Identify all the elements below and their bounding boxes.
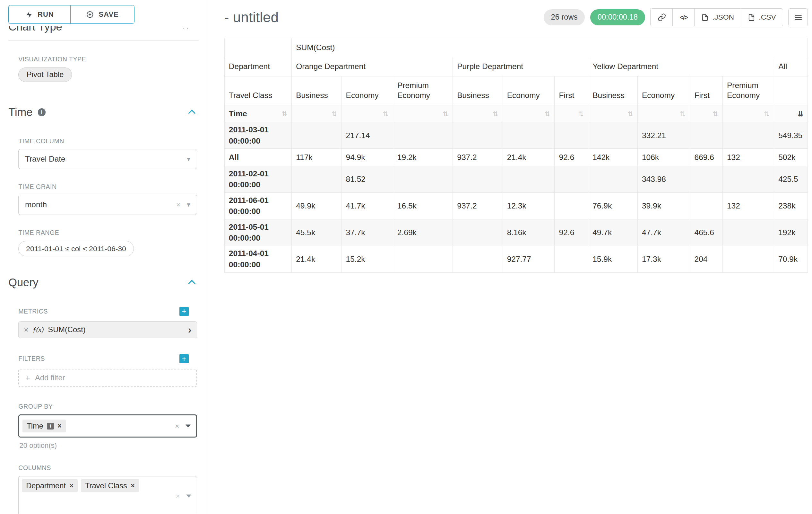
export-toolbar: </> .JSON .CSV: [650, 8, 783, 26]
run-button[interactable]: RUN: [8, 5, 71, 23]
pivot-value-cell: [555, 122, 588, 149]
pivot-subrow-dimension-label: Travel Class: [224, 77, 291, 105]
superset-explore-view: RUN SAVE Chart Type ·· VISUALIZATION TYP…: [0, 0, 812, 514]
columns-select[interactable]: Department × Travel Class × ×: [18, 476, 197, 514]
pivot-value-cell: 41.7k: [342, 193, 393, 219]
chevron-up-icon[interactable]: [188, 110, 196, 117]
save-button[interactable]: SAVE: [70, 5, 135, 23]
clear-icon[interactable]: ×: [176, 200, 180, 209]
query-section-header[interactable]: Query: [8, 276, 199, 289]
pivot-value-cell: 92.6: [555, 219, 588, 246]
run-save-button-group: RUN SAVE: [8, 5, 199, 23]
pivot-value-cell: [588, 122, 638, 149]
remove-metric-icon[interactable]: ×: [24, 325, 29, 334]
export-csv-label: .CSV: [759, 13, 776, 22]
pivot-value-cell: 117k: [292, 149, 342, 166]
group-by-label: GROUP BY: [18, 403, 199, 410]
save-button-label: SAVE: [99, 10, 119, 19]
section-chart-type-clipped: Chart Type ··: [8, 26, 199, 36]
pivot-column-group-header: Purple Department: [453, 57, 588, 77]
pivot-value-cell: 465.6: [690, 219, 722, 246]
pivot-row-label: 2011-05-01 00:00:00: [224, 219, 291, 246]
sort-icon[interactable]: ⇅: [628, 110, 633, 118]
pivot-value-cell: 192k: [774, 219, 808, 246]
sort-icon[interactable]: ⇅: [713, 110, 718, 118]
time-grain-select[interactable]: month × ▾: [18, 195, 197, 215]
group-by-select[interactable]: Time i × ×: [18, 414, 197, 437]
time-range-pill[interactable]: 2011-01-01 ≤ col < 2011-06-30: [18, 241, 134, 256]
share-link-button[interactable]: [650, 8, 673, 26]
chart-header-actions: 26 rows 00:00:00.18 </> .JSON .: [544, 8, 808, 26]
group-by-tag-time[interactable]: Time i ×: [23, 420, 66, 432]
info-icon: i: [38, 108, 46, 116]
pivot-row: 2011-06-01 00:00:0049.9k41.7k16.5k937.21…: [224, 193, 808, 219]
pivot-value-cell: [722, 219, 774, 246]
file-icon: [748, 14, 755, 21]
sort-icon[interactable]: ⇊: [798, 110, 803, 118]
export-csv-button[interactable]: .CSV: [741, 8, 783, 26]
pivot-value-cell: 106k: [637, 149, 690, 166]
pivot-value-cell: [453, 219, 502, 246]
pivot-time-label: Time: [229, 109, 247, 118]
add-metric-button[interactable]: +: [179, 307, 189, 316]
pivot-value-cell: 17.3k: [637, 246, 690, 272]
embed-code-button[interactable]: </>: [672, 8, 695, 26]
time-grain-label: TIME GRAIN: [18, 183, 199, 190]
add-filter-plus-button[interactable]: +: [179, 354, 189, 363]
pivot-value-cell: 81.52: [342, 166, 393, 193]
filters-label-row: FILTERS +: [18, 354, 189, 363]
pivot-row-label: 2011-06-01 00:00:00: [224, 193, 291, 219]
remove-tag-icon[interactable]: ×: [70, 482, 74, 490]
pivot-value-cell: [722, 166, 774, 193]
export-json-button[interactable]: .JSON: [694, 8, 741, 26]
pivot-row: 2011-02-01 00:00:0081.52343.98425.5: [224, 166, 808, 193]
time-range-label: TIME RANGE: [18, 229, 199, 237]
sort-icon[interactable]: ⇅: [545, 110, 550, 118]
columns-tag-travel-class[interactable]: Travel Class ×: [81, 479, 139, 492]
sort-icon[interactable]: ⇅: [282, 110, 287, 118]
menu-button[interactable]: [788, 8, 808, 26]
pivot-row-label: All: [224, 149, 291, 166]
chevron-down-icon: ▾: [187, 155, 190, 163]
sort-icon[interactable]: ⇅: [680, 110, 686, 118]
pivot-value-cell: 21.4k: [292, 246, 342, 272]
pivot-value-cell: [690, 193, 722, 219]
columns-tag-department[interactable]: Department ×: [22, 479, 78, 492]
pivot-value-cell: 8.16k: [502, 219, 555, 246]
chart-title[interactable]: - untitled: [224, 9, 279, 25]
chevron-right-icon[interactable]: ›: [188, 325, 191, 335]
metric-option[interactable]: × ƒ(x) SUM(Cost) ›: [18, 321, 197, 338]
clear-all-icon[interactable]: ×: [176, 491, 180, 500]
pivot-row: 2011-05-01 00:00:0045.5k37.7k2.69k8.16k9…: [224, 219, 808, 246]
chevron-up-icon[interactable]: [188, 280, 196, 287]
pivot-value-cell: 132: [722, 193, 774, 219]
pivot-subcolumn-header: First: [690, 77, 722, 105]
time-column-select[interactable]: Travel Date ▾: [18, 149, 197, 169]
time-section-header[interactable]: Time i: [8, 106, 199, 118]
pivot-value-cell: 16.5k: [393, 193, 453, 219]
metrics-label-row: METRICS +: [18, 307, 189, 316]
sort-icon[interactable]: ⇅: [578, 110, 584, 118]
file-icon: [701, 14, 709, 21]
pivot-sort-cell: ⇅: [637, 105, 690, 122]
sort-icon[interactable]: ⇅: [764, 110, 770, 118]
time-column-value: Travel Date: [25, 155, 65, 164]
remove-tag-icon[interactable]: ×: [130, 482, 135, 490]
sort-icon[interactable]: ⇅: [493, 110, 498, 118]
sort-icon[interactable]: ⇅: [331, 110, 337, 118]
visualization-type-pill[interactable]: Pivot Table: [18, 67, 72, 82]
clear-all-icon[interactable]: ×: [175, 422, 179, 431]
pivot-sort-cell: ⇅: [722, 105, 774, 122]
time-range-value: 2011-01-01 ≤ col < 2011-06-30: [26, 244, 126, 253]
pivot-value-cell: [690, 166, 722, 193]
add-filter-label: Add filter: [35, 374, 65, 382]
remove-tag-icon[interactable]: ×: [57, 422, 61, 430]
columns-tag-label: Travel Class: [85, 482, 127, 490]
sort-icon[interactable]: ⇅: [383, 110, 389, 118]
sort-icon[interactable]: ⇅: [443, 110, 448, 118]
add-filter-button[interactable]: + Add filter: [18, 369, 197, 387]
pivot-subcolumn-header: Premium Economy: [393, 77, 453, 105]
pivot-value-cell: 49.7k: [588, 219, 638, 246]
columns-label: COLUMNS: [18, 464, 199, 471]
export-json-label: .JSON: [713, 13, 734, 22]
